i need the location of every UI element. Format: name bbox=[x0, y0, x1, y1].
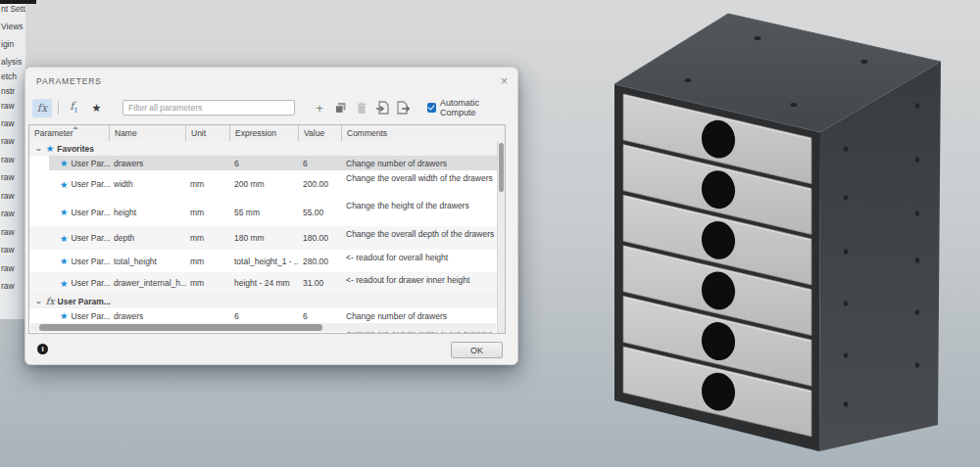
column-header-expression[interactable]: Expression bbox=[230, 125, 299, 141]
expression-cell: height - 24 mm bbox=[230, 272, 299, 294]
filter-all-parameters-button[interactable]: fx bbox=[32, 99, 52, 117]
browser-tree-item[interactable]: raw bbox=[1, 101, 15, 111]
column-header-value[interactable]: Value bbox=[299, 125, 342, 141]
browser-tree-item[interactable]: raw bbox=[1, 155, 15, 164]
export-csv-button[interactable] bbox=[395, 100, 410, 116]
table-row[interactable]: ★User Par...total_heightmmtotal_height_1… bbox=[29, 250, 497, 272]
star-icon: ★ bbox=[60, 310, 69, 321]
browser-tree-item[interactable]: etch bbox=[1, 71, 17, 81]
table-row[interactable]: ★User Par...drawer_internal_h...mmheight… bbox=[29, 272, 497, 294]
column-header-unit[interactable]: Unit bbox=[186, 125, 230, 141]
filter-favorites-button[interactable]: ★ bbox=[89, 99, 104, 117]
expression-cell: 55 mm bbox=[230, 198, 299, 226]
copy-parameter-button[interactable] bbox=[333, 100, 348, 116]
name-cell-text: total_height bbox=[114, 257, 157, 266]
browser-tree-item[interactable]: Views bbox=[1, 22, 24, 31]
unit-cell: mm bbox=[186, 170, 230, 198]
comment-cell-text: Change the overall depth of the drawers bbox=[346, 229, 494, 239]
value-cell bbox=[299, 141, 342, 156]
expression-cell: 6 bbox=[230, 308, 299, 323]
copy-icon bbox=[334, 102, 347, 115]
browser-tree-item[interactable]: raw bbox=[1, 209, 15, 218]
expression-cell-text: 200 mm bbox=[234, 179, 265, 189]
column-header-parameter[interactable]: Parameter bbox=[29, 125, 110, 141]
comment-cell-text: <- readout for drawer inner height bbox=[346, 275, 469, 285]
browser-tree-item[interactable]: raw bbox=[1, 191, 15, 201]
value-cell: 280.00 bbox=[299, 250, 342, 272]
value-cell: 31.00 bbox=[299, 272, 342, 294]
column-header-comments[interactable]: Comments bbox=[342, 125, 505, 141]
ok-button[interactable]: OK bbox=[451, 342, 503, 358]
close-icon[interactable]: × bbox=[501, 76, 508, 86]
dialog-title: PARAMETERS bbox=[36, 76, 102, 86]
filter-user-parameters-button[interactable]: f1 bbox=[65, 99, 83, 117]
value-cell-text: 280.00 bbox=[303, 257, 328, 266]
checkbox-checked-icon[interactable] bbox=[427, 103, 436, 113]
name-cell-text: width bbox=[114, 179, 133, 189]
browser-tree-item[interactable]: nstr bbox=[1, 86, 15, 96]
browser-tree-item[interactable]: nt Settings bbox=[1, 4, 25, 14]
automatic-compute-toggle[interactable]: Automatic Compute bbox=[427, 98, 514, 117]
name-cell: drawers bbox=[110, 156, 186, 170]
browser-tree-item[interactable]: raw bbox=[1, 245, 15, 255]
value-cell: 55.00 bbox=[299, 198, 342, 226]
browser-tree-item[interactable]: alysis bbox=[1, 57, 22, 67]
add-parameter-button[interactable]: + bbox=[313, 100, 327, 116]
parameters-table: ParameterNameUnitExpressionValueComments… bbox=[28, 124, 506, 334]
table-group-row[interactable]: ⌄★Favorites bbox=[29, 141, 497, 156]
expression-cell-text: 180 mm bbox=[234, 233, 265, 243]
browser-tree-item[interactable]: raw bbox=[1, 172, 15, 182]
table-row[interactable]: ★User Par...heightmm55 mm55.00Change the… bbox=[29, 198, 497, 226]
unit-cell-text: mm bbox=[190, 278, 204, 288]
column-header-name[interactable]: Name bbox=[110, 125, 186, 141]
group-label: User Param... bbox=[58, 297, 111, 306]
browser-tree-item[interactable]: raw bbox=[1, 281, 15, 291]
expression-cell bbox=[230, 294, 299, 308]
comment-cell-text: Change number of drawers bbox=[346, 159, 447, 168]
comment-cell-text: Change the height of the drawers bbox=[346, 201, 469, 210]
browser-tree-item[interactable]: raw bbox=[1, 136, 15, 146]
browser-tree-item[interactable]: igin bbox=[1, 39, 14, 49]
name-cell-text: height bbox=[114, 208, 136, 217]
expression-cell: 180 mm bbox=[230, 226, 299, 250]
group-label: Favorites bbox=[57, 144, 94, 154]
horizontal-scrollbar[interactable] bbox=[30, 323, 496, 332]
value-cell-text: 180.00 bbox=[303, 233, 328, 243]
expression-cell: 6 bbox=[230, 156, 299, 170]
dialog-toolbar: fx f1 ★ + bbox=[29, 97, 514, 118]
value-cell: 6 bbox=[299, 156, 342, 170]
info-icon[interactable]: i bbox=[37, 344, 48, 354]
value-cell: 180.00 bbox=[299, 226, 342, 250]
import-csv-button[interactable] bbox=[374, 100, 389, 116]
comment-cell: Change the height of the drawers bbox=[342, 198, 497, 226]
value-cell-text: 200.00 bbox=[303, 179, 328, 189]
table-row[interactable]: ★User Par...drawers66Change number of dr… bbox=[29, 156, 497, 170]
fx-user-icon: f1 bbox=[70, 100, 78, 115]
dialog-footer: i OK bbox=[25, 333, 517, 364]
vertical-scrollbar[interactable] bbox=[497, 141, 505, 333]
parameter-cell: ★User Par... bbox=[29, 156, 110, 170]
value-cell: 6 bbox=[299, 308, 342, 323]
unit-cell bbox=[186, 156, 230, 170]
browser-tree-item[interactable]: raw bbox=[1, 227, 15, 237]
vertical-scrollbar-thumb[interactable] bbox=[499, 143, 504, 192]
filter-input[interactable] bbox=[122, 100, 294, 116]
parameter-type-label: User Par... bbox=[72, 257, 110, 266]
parameter-type-label: User Par... bbox=[72, 159, 110, 168]
comment-cell: <- readout for overall height bbox=[342, 250, 497, 272]
value-cell-text: 6 bbox=[303, 311, 308, 321]
table-row[interactable]: ★User Par...widthmm200 mm200.00Change th… bbox=[29, 170, 497, 198]
star-icon: ★ bbox=[60, 158, 69, 168]
delete-parameter-button[interactable] bbox=[354, 100, 368, 116]
unit-cell-text: mm bbox=[190, 257, 204, 266]
comment-cell bbox=[342, 141, 497, 156]
horizontal-scrollbar-thumb[interactable] bbox=[39, 324, 322, 331]
table-row[interactable]: ★User Par...drawers66Change number of dr… bbox=[29, 308, 497, 323]
table-row[interactable]: ★User Par...depthmm180 mm180.00Change th… bbox=[29, 226, 497, 250]
parameter-cell: ⌄★Favorites bbox=[29, 141, 110, 156]
table-group-row[interactable]: ⌄fxUser Param... bbox=[29, 294, 497, 308]
value-cell-text: 31.00 bbox=[303, 278, 323, 288]
browser-tree-item[interactable]: raw bbox=[1, 263, 15, 273]
browser-tree-item[interactable]: raw bbox=[1, 118, 15, 128]
parameter-cell: ★User Par... bbox=[29, 170, 110, 198]
